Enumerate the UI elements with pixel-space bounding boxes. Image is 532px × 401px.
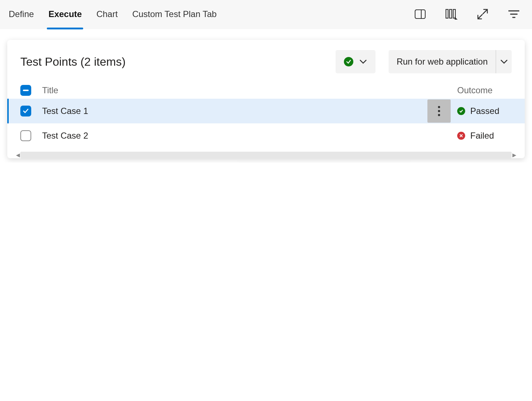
row-outcome: Failed <box>470 131 494 141</box>
run-for-web-application-button[interactable]: Run for web application <box>389 50 512 73</box>
more-actions-button[interactable] <box>427 99 451 123</box>
table-row[interactable]: Test Case 1 Passed <box>7 99 525 123</box>
tab-chart[interactable]: Chart <box>95 0 119 29</box>
tab-custom-test-plan[interactable]: Custom Test Plan Tab <box>131 0 218 29</box>
panel-title: Test Points (2 items) <box>20 55 336 69</box>
pass-icon <box>344 57 353 66</box>
panel-toggle-icon[interactable] <box>409 3 431 25</box>
tab-bar: Define Execute Chart Custom Test Plan Ta… <box>0 0 532 29</box>
tab-list: Define Execute Chart Custom Test Plan Ta… <box>7 0 218 29</box>
horizontal-scrollbar[interactable]: ◀ ▶ <box>20 152 512 158</box>
column-header-title[interactable]: Title <box>42 85 425 95</box>
svg-rect-3 <box>450 9 452 18</box>
column-options-icon[interactable] <box>440 3 462 25</box>
select-all-checkbox[interactable] <box>20 85 31 96</box>
svg-rect-0 <box>415 10 425 19</box>
table-row[interactable]: Test Case 2 Failed <box>7 123 525 148</box>
svg-rect-4 <box>453 9 455 18</box>
tab-execute[interactable]: Execute <box>47 0 83 29</box>
fullscreen-icon[interactable] <box>472 3 494 25</box>
chevron-down-icon <box>500 58 508 66</box>
scroll-left-icon[interactable]: ◀ <box>15 152 20 158</box>
table-header: Title Outcome <box>7 82 525 99</box>
filter-icon[interactable] <box>503 3 525 25</box>
failed-icon <box>457 132 465 140</box>
scroll-right-icon[interactable]: ▶ <box>512 152 517 158</box>
tab-define[interactable]: Define <box>7 0 35 29</box>
column-header-outcome[interactable]: Outcome <box>454 85 512 95</box>
svg-point-10 <box>438 114 440 116</box>
test-points-panel: Test Points (2 items) Run for web applic… <box>7 40 525 158</box>
run-button-label: Run for web application <box>397 57 496 67</box>
row-title: Test Case 2 <box>42 131 425 141</box>
row-title: Test Case 1 <box>42 106 425 116</box>
svg-rect-2 <box>446 9 448 18</box>
svg-point-9 <box>438 110 440 112</box>
svg-point-8 <box>438 106 440 108</box>
chevron-down-icon <box>359 58 367 66</box>
run-split-dropdown[interactable] <box>496 50 512 73</box>
mark-outcome-dropdown[interactable] <box>336 50 375 73</box>
row-outcome: Passed <box>470 106 499 116</box>
passed-icon <box>457 107 465 115</box>
row-checkbox[interactable] <box>20 106 31 116</box>
row-checkbox[interactable] <box>20 130 31 141</box>
